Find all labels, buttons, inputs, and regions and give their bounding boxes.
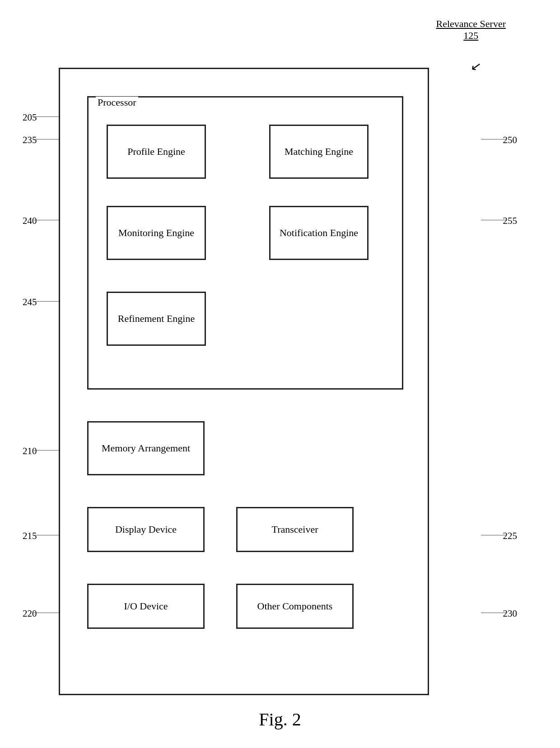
ref-210: 210 bbox=[23, 446, 37, 457]
display-device-box: Display Device bbox=[87, 507, 205, 552]
io-device-label: I/O Device bbox=[124, 599, 168, 613]
relevance-server-number: 125 bbox=[463, 30, 478, 41]
memory-arrangement-box: Memory Arrangement bbox=[87, 421, 205, 475]
ref-line-215 bbox=[34, 535, 59, 535]
ref-line-205 bbox=[34, 116, 59, 117]
processor-label: Processor bbox=[96, 97, 138, 108]
page: Relevance Server 125 ↙ Processor Profile… bbox=[0, 0, 560, 748]
relevance-server-label: Relevance Server 125 bbox=[436, 18, 506, 42]
profile-engine-label: Profile Engine bbox=[127, 145, 185, 158]
ref-line-235 bbox=[34, 139, 59, 139]
ref-255: 255 bbox=[503, 215, 518, 227]
ref-line-225 bbox=[481, 535, 506, 535]
monitoring-engine-label: Monitoring Engine bbox=[118, 226, 194, 240]
ref-240: 240 bbox=[23, 215, 37, 227]
processor-box: Processor Profile Engine Matching Engine… bbox=[87, 96, 403, 390]
transceiver-box: Transceiver bbox=[236, 507, 354, 552]
ref-230: 230 bbox=[503, 608, 518, 619]
ref-line-240 bbox=[34, 220, 59, 220]
transceiver-label: Transceiver bbox=[271, 523, 318, 536]
ref-line-250 bbox=[481, 139, 506, 139]
ref-235: 235 bbox=[23, 135, 37, 146]
figure-label: Fig. 2 bbox=[0, 709, 560, 730]
io-device-box: I/O Device bbox=[87, 584, 205, 629]
ref-245: 245 bbox=[23, 297, 37, 308]
other-components-box: Other Components bbox=[236, 584, 354, 629]
notification-engine-box: Notification Engine bbox=[269, 206, 369, 260]
ref-250: 250 bbox=[503, 135, 518, 146]
refinement-engine-box: Refinement Engine bbox=[107, 292, 206, 346]
notification-engine-label: Notification Engine bbox=[280, 226, 358, 240]
refinement-engine-label: Refinement Engine bbox=[118, 312, 195, 325]
ref-line-210 bbox=[34, 450, 59, 451]
ref-line-220 bbox=[34, 613, 59, 613]
monitoring-engine-box: Monitoring Engine bbox=[107, 206, 206, 260]
profile-engine-box: Profile Engine bbox=[107, 125, 206, 179]
ref-line-255 bbox=[481, 220, 506, 220]
relevance-server-arrow: ↙ bbox=[469, 58, 482, 74]
matching-engine-box: Matching Engine bbox=[269, 125, 369, 179]
ref-225: 225 bbox=[503, 530, 518, 542]
memory-arrangement-label: Memory Arrangement bbox=[102, 441, 190, 455]
other-components-label: Other Components bbox=[257, 599, 333, 613]
display-device-label: Display Device bbox=[115, 523, 177, 536]
matching-engine-label: Matching Engine bbox=[285, 145, 353, 158]
relevance-server-text: Relevance Server bbox=[436, 18, 506, 29]
ref-line-230 bbox=[481, 613, 506, 613]
outer-box: Processor Profile Engine Matching Engine… bbox=[59, 68, 429, 695]
ref-205: 205 bbox=[23, 112, 37, 123]
ref-line-245 bbox=[34, 301, 59, 302]
ref-220: 220 bbox=[23, 608, 37, 619]
ref-215: 215 bbox=[23, 530, 37, 542]
